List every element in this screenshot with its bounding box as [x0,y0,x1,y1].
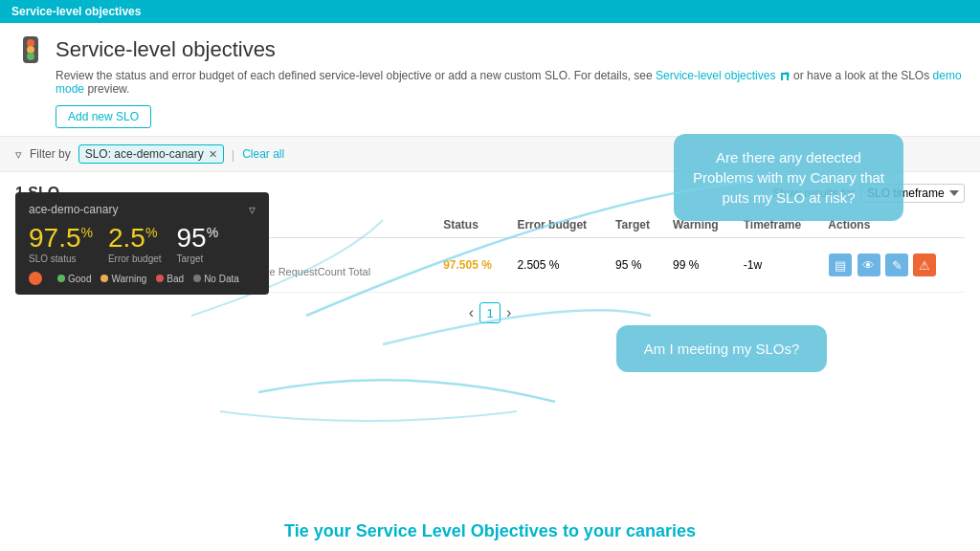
header-description: Review the status and error budget of ea… [56,69,965,96]
pagination-page-1[interactable]: 1 [479,302,501,323]
svg-point-2 [27,46,34,54]
topbar-title: Service-level objectives [11,5,141,18]
pagination-next[interactable]: › [506,304,511,321]
slo-timeframe: -1w [736,238,821,293]
slo-status: 97.505 % [443,258,492,272]
clear-all-link[interactable]: Clear all [242,147,284,161]
col-error-budget: Error budget [509,212,608,238]
page-title: Service-level objectives [56,37,276,62]
svg-point-3 [27,53,34,60]
action-chart-button[interactable]: ▤ [829,253,852,276]
pagination-prev[interactable]: ‹ [469,304,474,321]
slo-target: 95 % [608,238,665,293]
status-red-dot [29,272,42,285]
main-content: 1 SLO Show results for SLO timeframe Nam… [0,172,980,344]
legend-nodata-dot [193,275,201,282]
legend-good-dot [57,275,65,282]
traffic-light-icon [15,34,46,65]
metric-slo-status: 97.5% SLO status [29,223,93,264]
tooltip-bubble-2: Am I meeting my SLOs? [616,325,827,372]
dark-card: ace-demo-canary ▿ 97.5% SLO status 2.5% … [15,192,269,295]
action-edit-button[interactable]: ✎ [885,253,908,276]
slo-link[interactable]: Service-level objectives [656,69,775,82]
arrow-svg-2 [0,344,980,459]
bottom-promo: Tie your Service Level Objectives to you… [0,521,980,541]
filter-separator: | [232,147,234,162]
filter-icon: ▿ [15,147,22,162]
dark-card-legend: Good Warning Bad No Data [29,272,256,285]
col-status: Status [435,212,509,238]
dark-card-title: ace-demo-canary ▿ [29,202,256,217]
slo-error-budget: 2.505 % [509,238,608,293]
dark-card-metrics: 97.5% SLO status 2.5% Error budget 95% T… [29,223,256,264]
slo-warning: 99 % [665,238,736,293]
action-view-button[interactable]: 👁 [858,253,880,276]
action-delete-button[interactable]: ⚠ [913,253,936,276]
add-new-slo-button[interactable]: Add new SLO [56,105,151,128]
header: Service-level objectives Review the stat… [0,23,980,137]
legend-warning-dot [100,275,108,282]
tooltip-bubble-1: Are there any detected Problems with my … [674,134,903,221]
top-bar: Service-level objectives [0,0,980,23]
legend-bad-dot [156,275,164,282]
metric-error-budget: 2.5% Error budget [108,223,162,264]
filter-tag: SLO: ace-demo-canary ✕ [78,144,224,164]
svg-point-1 [27,39,34,47]
filter-by-label: Filter by [30,147,71,161]
filter-tag-text: SLO: ace-demo-canary [85,147,204,161]
filter-tag-remove[interactable]: ✕ [209,148,217,161]
metric-target: 95% Target [177,223,219,264]
col-target: Target [608,212,665,238]
filter-card-icon: ▿ [249,202,256,217]
